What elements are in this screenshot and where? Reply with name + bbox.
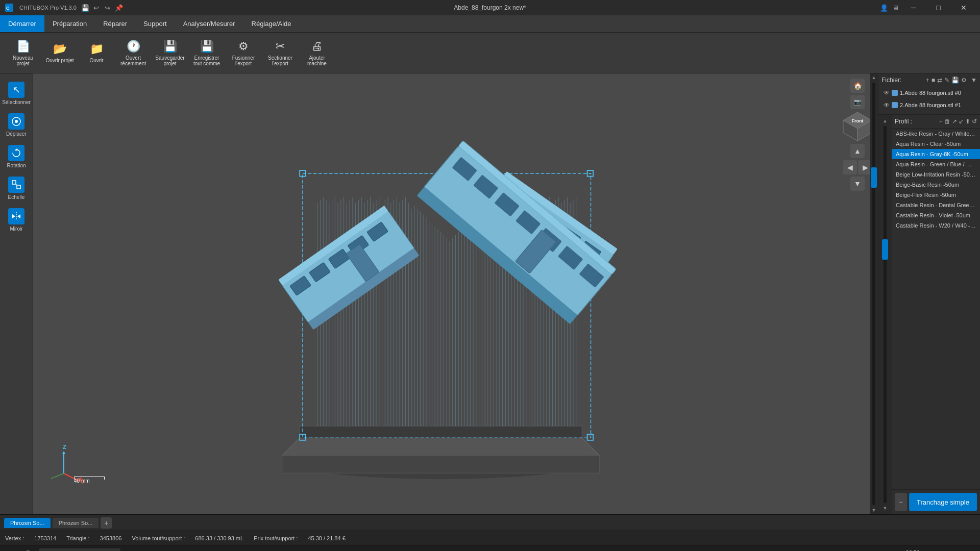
tranchage-button[interactable]: Tranchage simple [909, 493, 977, 511]
echelle-icon [8, 177, 24, 193]
nav-up-button[interactable]: ▲ [850, 144, 865, 158]
screen-icon[interactable]: 🖥 [891, 3, 900, 12]
profil-item-6[interactable]: Beige-Flex Resin -50um [892, 190, 980, 200]
file-item-0[interactable]: 👁 1.Abde 88 fourgon.stl #0 [881, 87, 977, 99]
svg-marker-14 [282, 456, 600, 473]
profil-item-1[interactable]: Aqua Resin - Clear -50um [892, 139, 980, 149]
start-button[interactable] [4, 547, 20, 552]
minimize-button[interactable]: ─ [902, 0, 925, 15]
svg-line-7 [16, 184, 17, 185]
deplacer-icon [8, 113, 24, 130]
fusionner-button[interactable]: ⚙ Fusionner l'export [226, 35, 261, 71]
vslider-down[interactable]: ▼ [869, 506, 878, 514]
title-toolbar-icons: 💾 ↩ ↪ 📌 [81, 3, 124, 12]
svg-text:C: C [6, 6, 10, 11]
taskbar-app-2[interactable]: 📁 [139, 547, 155, 552]
profil-item-3[interactable]: Aqua Resin - Green / Blue / Gray-4k / Iv… [892, 159, 980, 169]
vslider-up[interactable]: ▲ [869, 73, 878, 82]
save-title-icon[interactable]: 💾 [81, 3, 90, 12]
square-icon[interactable]: ■ [932, 77, 935, 84]
import-profil-icon[interactable]: ↙ [959, 118, 964, 125]
search-taskbar-icon[interactable]: 🔍 [21, 547, 38, 552]
eye-icon-0[interactable]: 👁 [884, 89, 890, 96]
camera-icon[interactable]: 📷 [850, 95, 865, 109]
right-vslider-down[interactable]: ▼ [880, 504, 890, 512]
profil-item-9[interactable]: Castable Resin - W20 / W40 -50um [892, 220, 980, 231]
add-file-icon[interactable]: + [926, 77, 929, 84]
refresh-profil-icon[interactable]: ↺ [972, 118, 977, 125]
undo-title-icon[interactable]: ↩ [92, 3, 101, 12]
redo-title-icon[interactable]: ↪ [103, 3, 112, 12]
tab-0[interactable]: Phrozen So... [4, 518, 51, 528]
ouvrir-projet-button[interactable]: 📂 Ouvrir projet [42, 35, 78, 71]
tab-1[interactable]: Phrozen So... [53, 518, 99, 528]
delete-profil-icon[interactable]: 🗑 [944, 118, 950, 125]
prix-value: 45.30 / 21.84 € [308, 535, 345, 541]
export-profil-icon[interactable]: ↗ [952, 118, 957, 125]
sectionner-button[interactable]: ✂ Sectionner l'export [262, 35, 298, 71]
profil-item-2[interactable]: Aqua Resin - Gray-8K -50um [892, 149, 980, 159]
profil-item-5[interactable]: Beige-Basic Resin -50um [892, 180, 980, 190]
taskbar-datetime[interactable]: 06:59 03.11.2021 [892, 549, 920, 552]
taskbar-app-5[interactable]: 📊 [191, 547, 207, 552]
menu-reglage[interactable]: Réglage/Aide [243, 15, 300, 32]
taskbar-app-8[interactable]: 🎯 [243, 547, 259, 552]
nav-down-button[interactable]: ▼ [850, 177, 865, 191]
sauvegarder-button[interactable]: 💾 Sauvegarder projet [152, 35, 188, 71]
tranchage-small-left[interactable]: − [895, 493, 907, 511]
menu-demarrer[interactable]: Démarrer [0, 15, 44, 32]
add-profil-icon[interactable]: + [939, 118, 943, 125]
menu-support[interactable]: Support [135, 15, 175, 32]
miroir-tool[interactable]: Miroir [2, 205, 31, 235]
app-logo: C [5, 4, 15, 12]
menu-analyser[interactable]: Analyser/Mesurer [175, 15, 243, 32]
settings-icon[interactable]: ⚙ [961, 77, 967, 84]
nav-left-button[interactable]: ◀ [843, 160, 857, 174]
nouveau-projet-button[interactable]: 📄 Nouveau projet [5, 35, 41, 71]
navigation-cube[interactable]: Front [842, 111, 873, 142]
profil-item-8[interactable]: Castable Resin - Violet -50um [892, 210, 980, 220]
taskbar-app-7[interactable]: 🖹 [226, 547, 242, 552]
arrows-icon[interactable]: ⇄ [937, 77, 942, 84]
viewport-vslider[interactable]: ▲ ▼ [870, 73, 878, 514]
menu-reparer[interactable]: Réparer [95, 15, 135, 32]
taskbar-app-4[interactable]: 💬 [174, 547, 190, 552]
echelle-tool[interactable]: Echelle [2, 173, 31, 203]
ouvert-recemment-button[interactable]: 🕐 Ouvert récemment [115, 35, 151, 71]
edit-icon[interactable]: ✎ [944, 77, 949, 84]
pin-title-icon[interactable]: 📌 [114, 3, 124, 12]
close-button[interactable]: ✕ [952, 0, 975, 15]
viewport[interactable]: 🏠 📷 Front ▲ ◀ ▶ ▼ ▶ [33, 73, 878, 514]
user-icon[interactable]: 👤 [879, 3, 889, 12]
taskbar-app-6[interactable]: 📝 [208, 547, 225, 552]
right-vslider-up[interactable]: ▲ [880, 117, 890, 125]
svg-text:Z: Z [63, 444, 66, 450]
file-item-1[interactable]: 👁 2.Abde 88 fourgon.stl #1 [881, 99, 977, 111]
menu-preparation[interactable]: Préparation [44, 15, 95, 32]
taskbar-app-9[interactable]: 🟥 [260, 547, 277, 552]
profil-item-4[interactable]: Beige Low-Irritation Resin -50um [892, 169, 980, 180]
taskbar-app-10[interactable]: 🟩 [278, 547, 294, 552]
search-taskbar-box[interactable]: 🔍 Rechercher [39, 548, 120, 552]
eye-icon-1[interactable]: 👁 [884, 102, 890, 109]
profil-item-0[interactable]: ABS-like Resin - Gray / White -50um [892, 129, 980, 139]
deplacer-tool[interactable]: Déplacer [2, 110, 31, 140]
ouvrir-button[interactable]: 📁 Ouvrir [79, 35, 114, 71]
right-vslider-thumb[interactable] [882, 239, 888, 260]
save-file-icon[interactable]: 💾 [951, 77, 959, 84]
add-tab-button[interactable]: + [101, 517, 112, 529]
share-profil-icon[interactable]: ⬆ [965, 118, 970, 125]
enregistrer-button[interactable]: 💾 Enregistrer tout comme [189, 35, 225, 71]
taskbar-app-1[interactable]: 🌐 [121, 547, 138, 552]
profil-item-7[interactable]: Castable Resin - Dental Green -50um [892, 200, 980, 210]
taskbar-app-3[interactable]: 📧 [156, 547, 173, 552]
collapse-panel-icon[interactable]: ▼ [971, 77, 977, 84]
vslider-thumb[interactable] [871, 167, 877, 188]
taskbar-app-11[interactable]: 🟦 [295, 547, 311, 552]
maximize-button[interactable]: □ [927, 0, 950, 15]
selectionner-tool[interactable]: ↖ Sélectionner [2, 79, 31, 108]
taskbar-right: ▲ 📶 🔊 🔋 06:59 03.11.2021 🔔 🌡 2°C Fougera… [849, 549, 976, 552]
rotation-tool[interactable]: Rotation [2, 142, 31, 171]
ajouter-machine-button[interactable]: 🖨 Ajouter machine [299, 35, 335, 71]
home-view-button[interactable]: 🏠 [850, 79, 865, 93]
